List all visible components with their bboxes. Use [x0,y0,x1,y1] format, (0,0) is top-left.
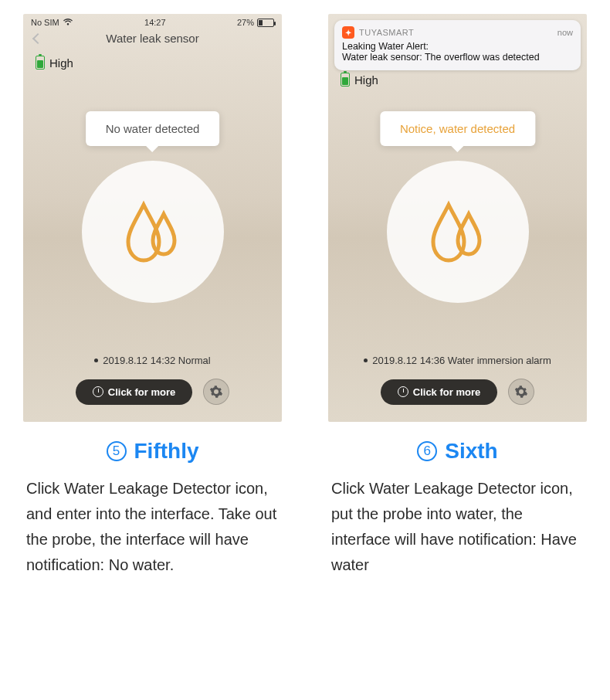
log-text: 2019.8.12 14:36 Water immersion alarm [372,355,551,366]
back-icon[interactable] [32,32,43,43]
step-number-badge: 6 [417,441,437,461]
step-number-badge: 5 [107,441,127,461]
battery-icon [341,73,350,87]
battery-status-icon [257,19,274,27]
bullet-icon [364,358,368,362]
log-text: 2019.8.12 14:32 Normal [103,355,210,366]
tooltip-text: No water detected [106,122,200,135]
phone-screen-normal: No SIM 14:27 27% Water leak sensor High … [23,14,282,422]
notification-body: Water leak sensor: The overflow was dete… [342,52,573,63]
log-entry: 2019.8.12 14:36 Water immersion alarm [328,355,587,366]
clock-icon [93,386,103,397]
status-time: 14:27 [144,18,166,27]
click-for-more-button[interactable]: Click for more [76,379,192,405]
click-for-more-button[interactable]: Click for more [381,379,497,405]
device-battery-row: High [23,53,282,70]
nav-header: Water leak sensor [23,29,282,53]
step-title: Fifthly [134,439,199,464]
wifi-icon [63,19,73,26]
water-drop-icon [427,197,489,267]
gear-icon [514,385,528,399]
notification-title: Leaking Water Alert: [342,41,573,52]
gear-icon [209,385,223,399]
notification-app-name: TUYASMART [359,28,414,37]
status-tooltip: No water detected [86,111,220,146]
battery-pct: 27% [237,18,254,27]
sensor-circle [82,161,224,303]
carrier-text: No SIM [31,18,59,27]
page-title: Water leak sensor [106,32,198,45]
more-label: Click for more [108,386,175,398]
water-drop-icon [122,197,184,267]
status-tooltip: Notice, water detected [380,111,535,146]
sensor-circle [387,161,529,303]
settings-button[interactable] [203,379,229,405]
settings-button[interactable] [508,379,534,405]
phone-screen-alert: High ✦ TUYASMART now Leaking Water Alert… [328,14,587,422]
tooltip-text: Notice, water detected [400,122,515,135]
battery-icon [36,56,45,70]
push-notification[interactable]: ✦ TUYASMART now Leaking Water Alert: Wat… [334,20,581,70]
step-heading: 5 Fifthly [23,439,282,464]
notification-time: now [557,28,573,37]
battery-label: High [354,73,378,87]
battery-label: High [49,56,73,70]
log-entry: 2019.8.12 14:32 Normal [23,355,282,366]
notification-app-icon: ✦ [342,26,354,39]
more-label: Click for more [413,386,480,398]
bullet-icon [94,358,98,362]
step-title: Sixth [445,439,497,464]
status-bar: No SIM 14:27 27% [23,14,282,29]
step-heading: 6 Sixth [328,439,587,464]
step-description: Click Water Leakage Detector icon, and e… [23,476,282,578]
step-description: Click Water Leakage Detector icon, put t… [328,476,587,578]
clock-icon [398,386,408,397]
